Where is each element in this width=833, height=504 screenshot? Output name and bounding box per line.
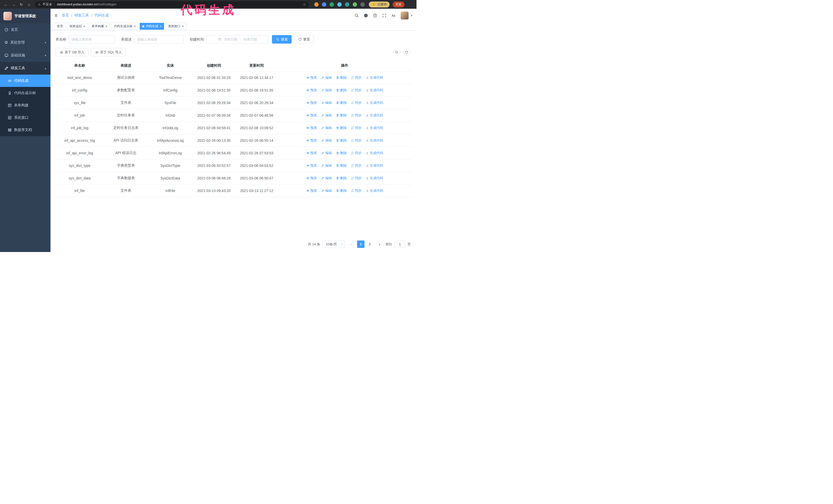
docs-help-button[interactable]: [373, 13, 377, 18]
preview-link[interactable]: 预览: [306, 188, 317, 193]
preview-link[interactable]: 预览: [306, 113, 317, 118]
sync-link[interactable]: 同步: [351, 88, 362, 93]
generate-code-link[interactable]: 生成代码: [366, 126, 383, 130]
sync-paused-badge[interactable]: ☺ 已暂停: [369, 2, 389, 7]
breadcrumb-item[interactable]: 研发工具: [75, 13, 89, 18]
page-button-1[interactable]: 1: [357, 240, 364, 248]
delete-link[interactable]: 删除: [336, 100, 347, 105]
preview-link[interactable]: 预览: [306, 138, 317, 143]
sidebar-item-system[interactable]: ⚙系统管理▾: [0, 36, 50, 49]
generate-code-link[interactable]: 生成代码: [366, 88, 383, 93]
edit-link[interactable]: 编辑: [321, 151, 332, 155]
tab-form-builder[interactable]: 表单构建×: [89, 23, 110, 30]
close-tab-icon[interactable]: ×: [160, 25, 162, 28]
delete-link[interactable]: 删除: [336, 176, 347, 181]
extension-icon[interactable]: [314, 2, 318, 7]
sync-link[interactable]: 同步: [351, 113, 362, 118]
header-search-button[interactable]: [355, 13, 359, 18]
tab-tracer[interactable]: 链路追踪×: [67, 23, 88, 30]
delete-link[interactable]: 删除: [336, 138, 347, 143]
delete-link[interactable]: 删除: [336, 88, 347, 93]
reload-button[interactable]: ↻: [18, 1, 25, 8]
sync-link[interactable]: 同步: [351, 188, 362, 193]
back-button[interactable]: ←: [3, 1, 9, 8]
fullscreen-button[interactable]: [382, 13, 386, 18]
search-button[interactable]: 搜索: [272, 35, 292, 44]
generate-code-link[interactable]: 生成代码: [366, 163, 383, 168]
tab-api[interactable]: 系统接口×: [165, 23, 186, 30]
preview-link[interactable]: 预览: [306, 75, 317, 80]
close-tab-icon[interactable]: ×: [134, 25, 136, 28]
edit-link[interactable]: 编辑: [321, 163, 332, 168]
close-tab-icon[interactable]: ×: [105, 25, 108, 28]
sidebar-subitem-api[interactable]: 系统接口: [0, 112, 50, 124]
generate-code-link[interactable]: 生成代码: [366, 138, 383, 143]
page-size-select[interactable]: 10条/页 ▾: [323, 240, 345, 248]
end-date-input[interactable]: 结束日期: [243, 37, 257, 42]
reset-button[interactable]: 重置: [294, 35, 314, 44]
extension-icon[interactable]: [330, 2, 334, 7]
generate-code-link[interactable]: 生成代码: [366, 176, 383, 181]
tab-codegen[interactable]: 代码生成×: [140, 23, 164, 30]
page-button-2[interactable]: 2: [366, 240, 374, 248]
generate-code-link[interactable]: 生成代码: [366, 75, 383, 80]
sync-link[interactable]: 同步: [351, 138, 362, 143]
sync-link[interactable]: 同步: [351, 163, 362, 168]
extension-icon[interactable]: [345, 2, 349, 7]
start-date-input[interactable]: 开始日期: [224, 37, 237, 42]
edit-link[interactable]: 编辑: [321, 126, 332, 130]
delete-link[interactable]: 删除: [336, 151, 347, 155]
table-desc-input[interactable]: [134, 35, 184, 44]
bookmark-star-button[interactable]: ☆: [303, 2, 306, 6]
tab-codegen-example[interactable]: 代码生成示例×: [111, 23, 138, 30]
sidebar-subitem-codegen-example[interactable]: 代码生成示例: [0, 87, 50, 99]
preview-link[interactable]: 预览: [306, 176, 317, 181]
tab-home[interactable]: 首页: [54, 23, 66, 30]
edit-link[interactable]: 编辑: [321, 176, 332, 181]
sidebar-item-devtools[interactable]: 研发工具▴: [0, 62, 50, 75]
sidebar-toggle-button[interactable]: ≡: [54, 13, 58, 19]
user-menu-caret[interactable]: ▾: [411, 14, 412, 17]
home-button[interactable]: ⌂: [26, 1, 32, 8]
close-tab-icon[interactable]: ×: [83, 25, 85, 28]
sync-link[interactable]: 同步: [351, 151, 362, 155]
edit-link[interactable]: 编辑: [321, 138, 332, 143]
delete-link[interactable]: 删除: [336, 188, 347, 193]
generate-code-link[interactable]: 生成代码: [366, 151, 383, 155]
github-link[interactable]: [364, 13, 368, 18]
edit-link[interactable]: 编辑: [321, 100, 332, 105]
delete-link[interactable]: 删除: [336, 126, 347, 130]
forward-button[interactable]: →: [10, 1, 17, 8]
font-size-button[interactable]: [391, 13, 396, 18]
generate-code-link[interactable]: 生成代码: [366, 188, 383, 193]
generate-code-link[interactable]: 生成代码: [366, 113, 383, 118]
edit-link[interactable]: 编辑: [321, 113, 332, 118]
extension-icon[interactable]: [353, 2, 357, 7]
preview-link[interactable]: 预览: [306, 126, 317, 130]
address-bar[interactable]: ⚠ 不安全 dashboard.yudao.iocoder.cn/tool/co…: [35, 1, 309, 8]
table-name-input[interactable]: [69, 35, 115, 44]
sidebar-subitem-form-builder[interactable]: 表单构建: [0, 99, 50, 112]
import-db-button[interactable]: 基于 DB 导入: [56, 48, 89, 56]
import-sql-button[interactable]: 基于 SQL 导入: [91, 48, 126, 56]
extension-icon[interactable]: [337, 2, 342, 7]
refresh-table-button[interactable]: [403, 48, 410, 56]
delete-link[interactable]: 删除: [336, 75, 347, 80]
next-page-button[interactable]: ›: [376, 240, 383, 248]
sidebar-subitem-db-doc[interactable]: 数据库文档: [0, 124, 50, 136]
user-avatar[interactable]: [401, 11, 408, 20]
close-tab-icon[interactable]: ×: [182, 25, 184, 28]
goto-page-input[interactable]: [395, 240, 405, 248]
extension-icon[interactable]: [322, 2, 326, 7]
edit-link[interactable]: 编辑: [321, 75, 332, 80]
breadcrumb-item[interactable]: 首页: [62, 13, 69, 18]
preview-link[interactable]: 预览: [306, 151, 317, 155]
sync-link[interactable]: 同步: [351, 126, 362, 130]
preview-link[interactable]: 预览: [306, 88, 317, 93]
breadcrumb-item[interactable]: 代码生成: [94, 13, 109, 18]
preview-link[interactable]: 预览: [306, 100, 317, 105]
sidebar-subitem-codegen[interactable]: 代码生成: [0, 75, 50, 87]
toggle-search-button[interactable]: [393, 48, 400, 56]
prev-page-button[interactable]: ‹: [347, 240, 355, 248]
app-logo[interactable]: 芋道管理系统: [0, 9, 50, 23]
